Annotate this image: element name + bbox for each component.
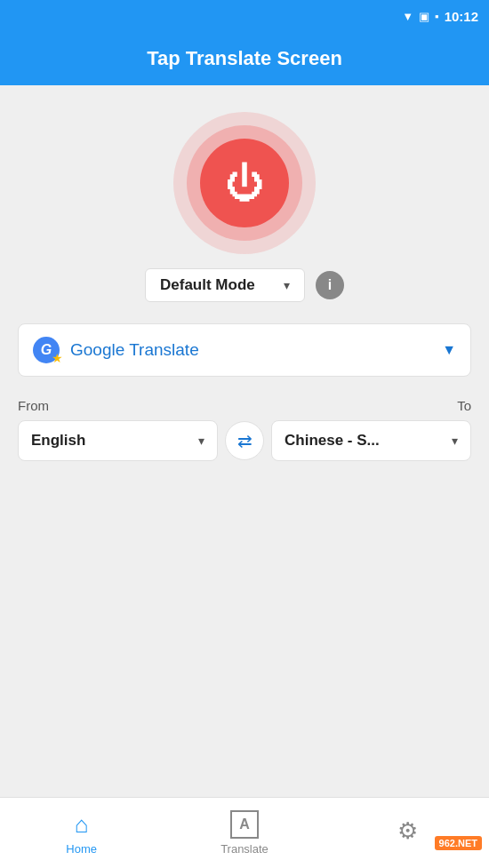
to-language-dropdown[interactable]: Chinese - S... ▾ <box>271 420 471 461</box>
to-label: To <box>443 398 471 413</box>
translate-star-icon: ★ <box>52 351 63 365</box>
translate-icon: A <box>230 810 259 839</box>
status-bar: ▼ ▣ ▪ 10:12 <box>0 0 489 32</box>
from-language-arrow-icon: ▾ <box>198 434 204 448</box>
wifi-icon: ▼ <box>402 10 413 23</box>
battery-icon: ▪ <box>435 10 439 23</box>
info-icon: i <box>328 277 332 293</box>
mode-label: Default Mode <box>160 276 255 294</box>
nav-home-label: Home <box>66 842 97 856</box>
mode-dropdown-arrow-icon: ▾ <box>284 278 290 292</box>
settings-icon: ⚙ <box>397 817 418 845</box>
swap-languages-button[interactable]: ⇄ <box>225 421 264 460</box>
mode-container: Default Mode ▾ i <box>145 268 344 302</box>
app-title: Tap Translate Screen <box>147 47 342 70</box>
from-language-text: English <box>31 432 85 450</box>
translator-name: Google Translate <box>70 340 431 360</box>
language-labels: From To <box>18 398 471 413</box>
translator-dropdown-arrow-icon: ▼ <box>442 342 456 358</box>
translator-selector[interactable]: G ★ Google Translate ▼ <box>18 323 471 377</box>
bottom-nav: ⌂ Home A Translate ⚙ <box>0 797 489 868</box>
main-content: ⏻ Default Mode ▾ i G ★ Google Translate … <box>0 85 489 797</box>
mode-dropdown[interactable]: Default Mode ▾ <box>145 268 305 302</box>
app-header: Tap Translate Screen <box>0 32 489 85</box>
power-button-container: ⏻ <box>173 112 316 254</box>
nav-item-translate[interactable]: A Translate <box>163 803 325 863</box>
nav-item-home[interactable]: ⌂ Home <box>0 804 163 863</box>
nav-translate-label: Translate <box>220 842 269 856</box>
watermark: 962.NET <box>435 836 482 850</box>
info-button[interactable]: i <box>316 271 344 299</box>
home-icon: ⌂ <box>75 811 89 839</box>
language-dropdowns: English ▾ ⇄ Chinese - S... ▾ <box>18 420 471 461</box>
signal-icon: ▣ <box>419 10 429 23</box>
from-language-dropdown[interactable]: English ▾ <box>18 420 218 461</box>
from-label: From <box>18 398 236 413</box>
status-time: 10:12 <box>445 9 478 24</box>
power-button[interactable]: ⏻ <box>200 139 289 227</box>
swap-icon: ⇄ <box>237 430 253 451</box>
language-section: From To English ▾ ⇄ Chinese - S... ▾ <box>18 398 471 461</box>
status-icons: ▼ ▣ ▪ 10:12 <box>402 9 478 24</box>
to-language-text: Chinese - S... <box>285 432 380 450</box>
power-icon: ⏻ <box>225 163 264 203</box>
google-translate-icon-container: G ★ <box>33 337 60 363</box>
to-language-arrow-icon: ▾ <box>452 434 458 448</box>
